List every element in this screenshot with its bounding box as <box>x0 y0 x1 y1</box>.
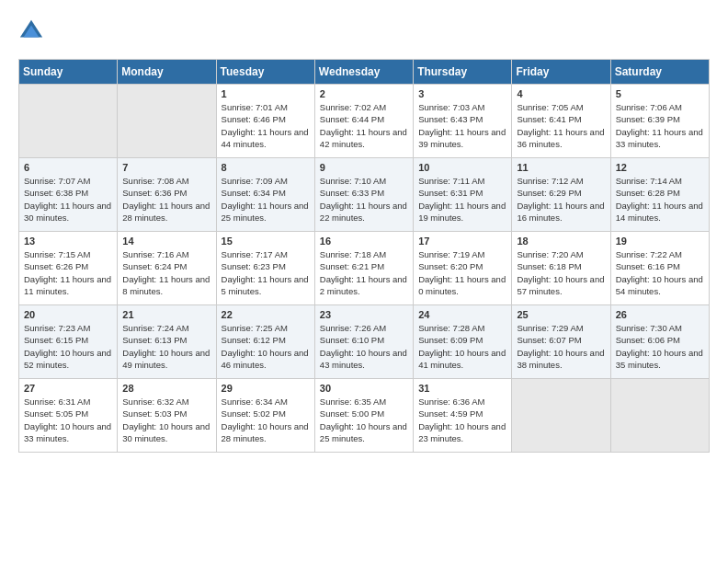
daylight-text: Daylight: 10 hours and 25 minutes. <box>320 420 408 445</box>
calendar-table: SundayMondayTuesdayWednesdayThursdayFrid… <box>18 59 710 453</box>
calendar-cell: 24 Sunrise: 7:28 AM Sunset: 6:09 PM Dayl… <box>414 305 512 379</box>
day-number: 30 <box>320 383 408 394</box>
sunset-text: Sunset: 6:12 PM <box>222 334 310 346</box>
day-header: Tuesday <box>216 60 314 85</box>
sunset-text: Sunset: 6:33 PM <box>320 187 408 199</box>
sunrise-text: Sunrise: 7:09 AM <box>222 175 310 187</box>
daylight-text: Daylight: 10 hours and 41 minutes. <box>418 347 506 372</box>
calendar-cell: 30 Sunrise: 6:35 AM Sunset: 5:00 PM Dayl… <box>314 379 413 453</box>
day-number: 24 <box>418 309 506 320</box>
calendar-cell <box>512 379 610 453</box>
sunrise-text: Sunrise: 6:36 AM <box>418 396 506 408</box>
sunrise-text: Sunrise: 7:18 AM <box>320 248 408 260</box>
calendar-cell: 1 Sunrise: 7:01 AM Sunset: 6:46 PM Dayli… <box>216 85 314 158</box>
day-number: 20 <box>24 309 112 320</box>
day-info: Sunrise: 7:01 AM Sunset: 6:46 PM Dayligh… <box>222 101 310 150</box>
day-info: Sunrise: 7:11 AM Sunset: 6:31 PM Dayligh… <box>418 175 506 224</box>
calendar-week-row: 13 Sunrise: 7:15 AM Sunset: 6:26 PM Dayl… <box>19 232 710 305</box>
daylight-text: Daylight: 11 hours and 2 minutes. <box>320 273 408 298</box>
sunset-text: Sunset: 6:07 PM <box>517 334 605 346</box>
sunset-text: Sunset: 6:28 PM <box>616 187 704 199</box>
sunrise-text: Sunrise: 7:19 AM <box>418 248 506 260</box>
sunrise-text: Sunrise: 7:06 AM <box>616 101 704 113</box>
sunset-text: Sunset: 6:26 PM <box>24 260 112 272</box>
calendar-cell: 13 Sunrise: 7:15 AM Sunset: 6:26 PM Dayl… <box>19 232 118 305</box>
day-info: Sunrise: 7:07 AM Sunset: 6:38 PM Dayligh… <box>24 175 112 224</box>
sunrise-text: Sunrise: 7:08 AM <box>122 175 210 187</box>
day-number: 2 <box>320 88 408 99</box>
day-number: 21 <box>122 309 210 320</box>
day-number: 26 <box>616 309 704 320</box>
day-number: 4 <box>517 88 605 99</box>
day-number: 7 <box>122 162 210 173</box>
day-number: 14 <box>122 236 210 247</box>
sunset-text: Sunset: 6:21 PM <box>320 260 408 272</box>
daylight-text: Daylight: 11 hours and 25 minutes. <box>222 200 310 224</box>
daylight-text: Daylight: 11 hours and 30 minutes. <box>24 200 112 224</box>
day-info: Sunrise: 6:32 AM Sunset: 5:03 PM Dayligh… <box>122 396 210 444</box>
day-number: 27 <box>24 383 112 394</box>
day-info: Sunrise: 6:36 AM Sunset: 4:59 PM Dayligh… <box>418 396 506 444</box>
calendar-week-row: 20 Sunrise: 7:23 AM Sunset: 6:15 PM Dayl… <box>19 305 710 379</box>
calendar-cell: 7 Sunrise: 7:08 AM Sunset: 6:36 PM Dayli… <box>118 158 216 232</box>
daylight-text: Daylight: 11 hours and 42 minutes. <box>320 126 408 151</box>
daylight-text: Daylight: 10 hours and 30 minutes. <box>122 420 210 445</box>
calendar-cell: 16 Sunrise: 7:18 AM Sunset: 6:21 PM Dayl… <box>314 232 413 305</box>
sunrise-text: Sunrise: 7:11 AM <box>418 175 506 187</box>
day-number: 11 <box>517 162 605 173</box>
day-number: 12 <box>616 162 704 173</box>
page-header <box>18 18 710 44</box>
sunset-text: Sunset: 6:29 PM <box>517 187 605 199</box>
calendar-cell: 12 Sunrise: 7:14 AM Sunset: 6:28 PM Dayl… <box>610 158 709 232</box>
calendar-cell: 11 Sunrise: 7:12 AM Sunset: 6:29 PM Dayl… <box>512 158 610 232</box>
sunset-text: Sunset: 4:59 PM <box>418 408 506 419</box>
day-header: Monday <box>118 60 216 85</box>
day-info: Sunrise: 7:18 AM Sunset: 6:21 PM Dayligh… <box>320 248 408 297</box>
sunset-text: Sunset: 6:10 PM <box>320 334 408 346</box>
sunrise-text: Sunrise: 7:17 AM <box>222 248 310 260</box>
sunrise-text: Sunrise: 7:25 AM <box>222 322 310 334</box>
sunset-text: Sunset: 6:15 PM <box>24 334 112 346</box>
sunset-text: Sunset: 6:36 PM <box>122 187 210 199</box>
day-number: 8 <box>222 162 310 173</box>
sunrise-text: Sunrise: 7:16 AM <box>122 248 210 260</box>
sunset-text: Sunset: 6:09 PM <box>418 334 506 346</box>
daylight-text: Daylight: 10 hours and 28 minutes. <box>222 420 310 445</box>
sunrise-text: Sunrise: 7:26 AM <box>320 322 408 334</box>
calendar-cell: 6 Sunrise: 7:07 AM Sunset: 6:38 PM Dayli… <box>19 158 118 232</box>
day-number: 31 <box>418 383 506 394</box>
calendar-cell: 3 Sunrise: 7:03 AM Sunset: 6:43 PM Dayli… <box>414 85 512 158</box>
sunset-text: Sunset: 6:43 PM <box>418 113 506 125</box>
daylight-text: Daylight: 10 hours and 46 minutes. <box>222 347 310 372</box>
sunset-text: Sunset: 5:00 PM <box>320 408 408 419</box>
sunset-text: Sunset: 6:23 PM <box>222 260 310 272</box>
sunset-text: Sunset: 6:38 PM <box>24 187 112 199</box>
day-number: 17 <box>418 236 506 247</box>
daylight-text: Daylight: 11 hours and 44 minutes. <box>222 126 310 151</box>
daylight-text: Daylight: 11 hours and 0 minutes. <box>418 273 506 298</box>
sunrise-text: Sunrise: 7:03 AM <box>418 101 506 113</box>
sunset-text: Sunset: 6:13 PM <box>122 334 210 346</box>
sunset-text: Sunset: 6:34 PM <box>222 187 310 199</box>
sunrise-text: Sunrise: 7:01 AM <box>222 101 310 113</box>
day-info: Sunrise: 7:09 AM Sunset: 6:34 PM Dayligh… <box>222 175 310 224</box>
calendar-cell: 4 Sunrise: 7:05 AM Sunset: 6:41 PM Dayli… <box>512 85 610 158</box>
calendar-cell: 27 Sunrise: 6:31 AM Sunset: 5:05 PM Dayl… <box>19 379 118 453</box>
calendar-cell: 17 Sunrise: 7:19 AM Sunset: 6:20 PM Dayl… <box>414 232 512 305</box>
day-info: Sunrise: 7:22 AM Sunset: 6:16 PM Dayligh… <box>616 248 704 297</box>
daylight-text: Daylight: 10 hours and 38 minutes. <box>517 347 605 372</box>
day-number: 9 <box>320 162 408 173</box>
day-number: 15 <box>222 236 310 247</box>
logo-icon <box>18 18 44 44</box>
daylight-text: Daylight: 11 hours and 33 minutes. <box>616 126 704 151</box>
daylight-text: Daylight: 11 hours and 39 minutes. <box>418 126 506 151</box>
day-info: Sunrise: 7:29 AM Sunset: 6:07 PM Dayligh… <box>517 322 605 371</box>
sunrise-text: Sunrise: 6:31 AM <box>24 396 112 408</box>
day-number: 25 <box>517 309 605 320</box>
day-number: 5 <box>616 88 704 99</box>
day-info: Sunrise: 7:25 AM Sunset: 6:12 PM Dayligh… <box>222 322 310 371</box>
sunrise-text: Sunrise: 7:29 AM <box>517 322 605 334</box>
sunrise-text: Sunrise: 7:10 AM <box>320 175 408 187</box>
day-info: Sunrise: 6:35 AM Sunset: 5:00 PM Dayligh… <box>320 396 408 444</box>
calendar-cell: 15 Sunrise: 7:17 AM Sunset: 6:23 PM Dayl… <box>216 232 314 305</box>
